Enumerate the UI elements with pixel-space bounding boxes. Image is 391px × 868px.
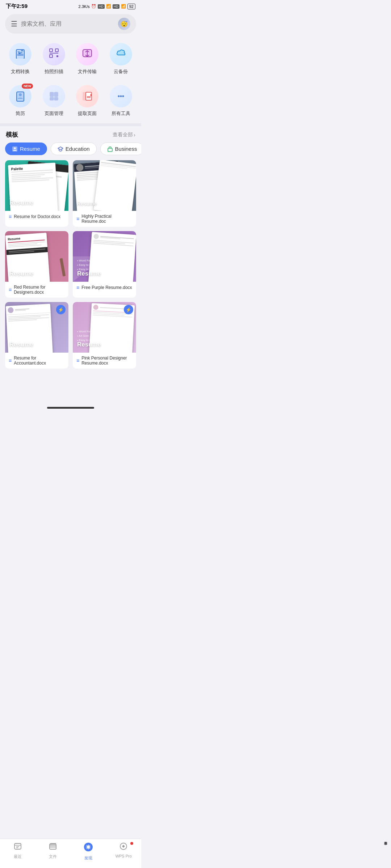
doc-icon-6: ≡ — [76, 358, 79, 363]
tab-business[interactable]: Business — [100, 142, 141, 155]
svg-rect-11 — [17, 92, 24, 101]
tab-business-label: Business — [115, 146, 137, 152]
tab-resume[interactable]: Resume — [5, 142, 47, 155]
template-name-6: ≡ Pink Personal Designer Resume.docx — [73, 353, 136, 369]
template-card-resume-practical[interactable]: Resume ≡ Highly Practical Resume.doc — [73, 160, 136, 227]
tool-transfer-label: 文件传输 — [78, 68, 97, 75]
doc-icon-5: ≡ — [9, 358, 12, 363]
template-card-resume-pink[interactable]: 📱 ⚡ Resume • Word Format• A4 Size• Easy … — [73, 302, 136, 369]
template-label-4: Free Purple Resume.docx — [81, 285, 132, 290]
doc-icon-2: ≡ — [76, 216, 79, 222]
tab-education[interactable]: Education — [51, 142, 97, 155]
tool-transfer-icon-wrap — [76, 43, 98, 65]
tool-resume-label: 简历 — [16, 110, 25, 117]
lightning-badge-5: ⚡ — [56, 305, 66, 314]
tool-all-tools[interactable]: 所有工具 — [104, 81, 138, 120]
template-name-3: ≡ Red Resume for Designers.docx — [5, 282, 68, 298]
svg-point-23 — [120, 95, 122, 97]
chevron-right-icon: › — [134, 132, 135, 138]
avatar-icon: 😴 — [121, 21, 128, 27]
status-icons: 2.3K/s ⏰ HD 📶 HD 📶 92 — [79, 4, 135, 9]
battery-icon: 92 — [127, 4, 135, 9]
thumb3-sublabel: • Word format• Easy to modify• Easy to e… — [9, 259, 30, 272]
status-bar: 下午2:59 2.3K/s ⏰ HD 📶 HD 📶 92 — [0, 0, 141, 11]
template-thumb-2: Resume — [73, 160, 136, 211]
tool-doc-convert-icon-wrap — [9, 43, 31, 65]
tool-extract-label: 提取页面 — [78, 110, 97, 117]
template-card-resume-doctor[interactable]: Palette Resume • Word Format• A4 Size• E… — [5, 160, 68, 227]
tool-scan-icon-wrap — [43, 43, 65, 65]
all-tools-icon — [115, 91, 126, 102]
doc-icon-1: ≡ — [9, 214, 12, 220]
tool-page-manage-label: 页面管理 — [45, 110, 63, 117]
tool-page-manage[interactable]: 页面管理 — [37, 81, 71, 120]
hd-icon2: HD — [113, 4, 119, 9]
tool-scan[interactable]: 拍照扫描 — [37, 39, 71, 78]
extract-icon — [82, 91, 93, 102]
tool-cloud[interactable]: 云备份 — [104, 39, 138, 78]
tool-cloud-label: 云备份 — [114, 68, 128, 75]
view-all-button[interactable]: 查看全部 › — [113, 132, 135, 138]
template-thumb-6: 📱 ⚡ Resume • Word Format• A4 Size• Easy … — [73, 302, 136, 353]
thumb2-label: Resume — [77, 201, 97, 207]
template-card-resume-purple[interactable]: Resume • Word Format• Easy to Modify• Ea… — [73, 231, 136, 298]
template-thumb-4: Resume • Word Format• Easy to Modify• Ea… — [73, 231, 136, 282]
doc-icon-4: ≡ — [76, 285, 79, 290]
pencil-decoration — [60, 258, 66, 277]
svg-rect-28 — [108, 148, 112, 152]
avatar[interactable]: 😴 — [118, 18, 130, 30]
svg-rect-3 — [55, 49, 58, 52]
template-name-1: ≡ Resume for Doctor.docx — [5, 211, 68, 222]
tool-all-tools-icon-wrap — [110, 85, 132, 107]
doc-icon-3: ≡ — [9, 287, 12, 293]
section-header: 模板 查看全部 › — [0, 128, 141, 142]
tool-doc-convert[interactable]: 文档转换 — [4, 39, 37, 78]
tool-transfer[interactable]: 文件传输 — [71, 39, 104, 78]
tool-extract[interactable]: 提取页面 — [71, 81, 104, 120]
svg-marker-27 — [58, 147, 63, 150]
svg-rect-14 — [50, 92, 54, 97]
new-badge: NEW — [22, 84, 33, 89]
svg-rect-15 — [54, 92, 58, 97]
svg-rect-17 — [54, 97, 58, 100]
tool-extract-icon-wrap — [76, 85, 98, 107]
tool-all-tools-label: 所有工具 — [112, 110, 130, 117]
menu-icon[interactable]: ☰ — [11, 20, 17, 28]
cloud-icon — [115, 48, 126, 61]
tool-doc-convert-label: 文档转换 — [11, 68, 30, 75]
template-thumb-5: ⚡ Resume • Word Format• A4 Size• Spring … — [5, 302, 68, 353]
tool-scan-label: 拍照扫描 — [45, 68, 63, 75]
resume-icon — [15, 91, 26, 102]
search-bar: ☰ 😴 — [5, 14, 136, 34]
template-label-6: Pink Personal Designer Resume.docx — [81, 356, 133, 366]
thumb1-sublabel: • Word Format• A4 Size• Easy to Modify• … — [9, 183, 30, 201]
template-name-5: ≡ Resume for Accountant.docx — [5, 353, 68, 369]
tool-resume-icon-wrap: NEW — [9, 85, 31, 107]
template-label-2: Highly Practical Resume.doc — [81, 214, 133, 224]
tool-cloud-icon-wrap — [110, 43, 132, 65]
svg-point-24 — [122, 95, 124, 97]
search-input[interactable] — [21, 21, 114, 27]
lightning-badge-6: ⚡ — [124, 305, 133, 314]
doc-convert-icon — [15, 48, 26, 61]
alarm-icon: ⏰ — [91, 4, 96, 9]
svg-rect-6 — [56, 55, 58, 57]
tool-grid-row2: NEW 简历 页面管理 — [0, 81, 141, 120]
template-card-resume-accountant[interactable]: ⚡ Resume • Word Format• A4 Size• Spring … — [5, 302, 68, 369]
home-indicator — [47, 407, 94, 409]
transfer-icon — [82, 48, 93, 61]
template-thumb-3: Resume Resume • Word format• Easy to mod… — [5, 231, 68, 282]
paper-back-2 — [94, 160, 136, 211]
svg-rect-2 — [50, 49, 52, 52]
page-manage-icon — [49, 91, 59, 101]
thumb4-sublabel: • Word Format• Easy to Modify• Easy to E… — [77, 259, 98, 272]
template-card-resume-red[interactable]: Resume Resume • Word format• Easy to mod… — [5, 231, 68, 298]
template-name-4: ≡ Free Purple Resume.docx — [73, 282, 136, 293]
thumb6-sublabel: • Word Format• A4 Size• Easy to Edit — [77, 329, 96, 342]
tool-resume[interactable]: NEW 简历 — [4, 81, 37, 120]
svg-point-26 — [14, 147, 16, 149]
hd-icon1: HD — [98, 4, 105, 9]
signal-icon1: 📶 — [106, 4, 111, 9]
template-tabs: Resume Education Business Letter — [0, 142, 141, 160]
section-divider — [0, 123, 141, 126]
